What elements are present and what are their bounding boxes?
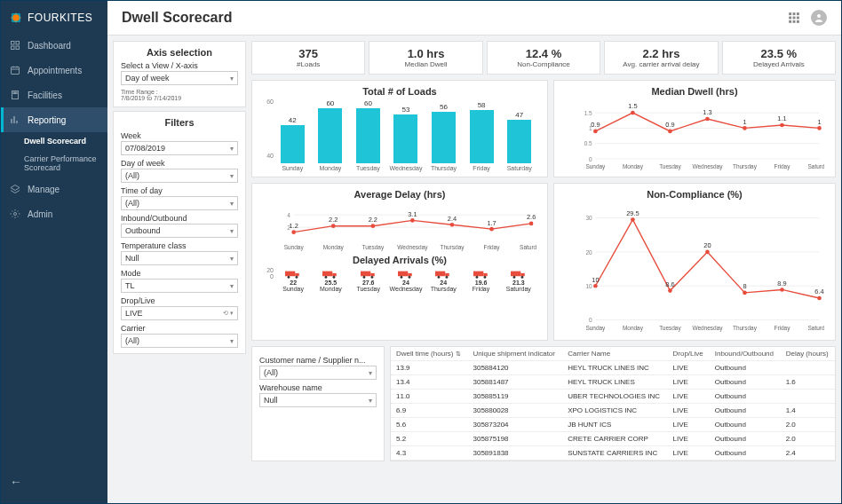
table-row[interactable]: 6.9305880028XPO LOGISTICS INCLIVEOutboun… — [391, 404, 835, 418]
sidebar: FOURKITES DashboardAppointmentsFacilitie… — [1, 1, 107, 503]
svg-point-128 — [780, 287, 784, 292]
truck-icon — [473, 269, 489, 280]
delayed-arrivals-chart: 20022Sunday25.5Monday27.6Tuesday24Wednes… — [259, 267, 540, 292]
main-area: Dwell Scorecard Axis selection Select a … — [107, 1, 841, 503]
col-5[interactable]: Delay (hours) — [781, 347, 835, 361]
data-table: Dwell time (hours) ⇅Unique shipment indi… — [391, 347, 835, 461]
svg-text:29.5: 29.5 — [626, 209, 639, 217]
svg-rect-86 — [322, 272, 332, 277]
svg-point-93 — [370, 276, 373, 279]
nav-item-appointments[interactable]: Appointments — [1, 58, 107, 83]
svg-point-40 — [668, 130, 672, 134]
layers-icon — [10, 184, 20, 194]
loads-title: Total # of Loads — [259, 86, 540, 97]
bar-saturday: 47Saturday — [502, 120, 536, 171]
svg-text:Sunday: Sunday — [284, 244, 305, 251]
svg-point-42 — [705, 117, 710, 122]
apps-grid-icon[interactable] — [788, 12, 800, 24]
customer-name-select[interactable]: (All)▾ — [259, 366, 377, 380]
noncompliance-panel: Non-Compliance (%) 30201001029.58.62088.… — [553, 183, 836, 341]
temperature-class-select[interactable]: Null▾ — [121, 251, 238, 265]
svg-text:1.7: 1.7 — [487, 219, 496, 227]
svg-point-89 — [333, 276, 336, 279]
truck-col-thursday: 24Thursday — [425, 269, 461, 292]
bar-monday: 60Monday — [314, 108, 348, 171]
mode-select[interactable]: TL▾ — [121, 279, 238, 293]
carrier-select[interactable]: (All)▾ — [121, 334, 238, 348]
nav-item-admin[interactable]: Admin — [1, 201, 107, 226]
svg-text:Friday: Friday — [774, 163, 790, 170]
brand-logo: FOURKITES — [1, 8, 107, 33]
svg-rect-3 — [16, 42, 20, 45]
svg-rect-12 — [16, 92, 18, 94]
svg-rect-90 — [361, 272, 370, 277]
svg-point-69 — [450, 223, 455, 227]
time-of-day-select[interactable]: (All)▾ — [121, 196, 238, 210]
warehouse-name-select[interactable]: Null▾ — [259, 393, 377, 407]
table-row[interactable]: 4.3305891838SUNSTATE CARRIERS INCLIVEOut… — [391, 446, 835, 461]
axis-view-select[interactable]: Day of week▾ — [121, 71, 238, 85]
inbound-outbound-label: Inbound/Outbound — [121, 214, 238, 223]
customer-name-label: Customer name / Supplier n... — [259, 356, 377, 365]
svg-text:Wednesday: Wednesday — [692, 325, 723, 332]
svg-rect-98 — [435, 272, 445, 277]
sub-nav-dwell-scorecard[interactable]: Dwell Scorecard — [1, 132, 107, 150]
col-2[interactable]: Carrier Name — [562, 347, 667, 361]
table-row[interactable]: 5.6305873204JB HUNT ICSLIVEOutbound2.0 — [391, 418, 835, 432]
svg-text:8: 8 — [743, 282, 746, 290]
axis-panel: Axis selection Select a View / X-axis Da… — [113, 41, 246, 107]
svg-point-61 — [291, 230, 296, 234]
table-row[interactable]: 5.2305875198CRETE CARRIER CORPLIVEOutbou… — [391, 432, 835, 446]
nav-item-dashboard[interactable]: Dashboard — [1, 33, 107, 58]
nav-item-reporting[interactable]: Reporting — [1, 107, 107, 132]
bar-thursday: 56Thursday — [426, 112, 461, 171]
avg-delay-chart: 421.22.22.23.12.41.72.6SundayMondayTuesd… — [259, 201, 540, 251]
svg-point-67 — [410, 218, 415, 223]
svg-text:Wednesday: Wednesday — [397, 244, 428, 251]
svg-rect-18 — [789, 12, 791, 15]
drop-live-select[interactable]: LIVE⟲ ▾ — [121, 306, 238, 320]
bottom-row: Customer name / Supplier n...(All)▾Wareh… — [251, 346, 836, 461]
week-select[interactable]: 07/08/2019▾ — [121, 141, 238, 155]
col-1[interactable]: Unique shipment indicator — [467, 347, 562, 361]
bar-friday: 58Friday — [465, 110, 499, 171]
svg-rect-94 — [398, 272, 408, 277]
table-row[interactable]: 13.4305881487HEYL TRUCK LINESLIVEOutboun… — [391, 375, 835, 390]
svg-point-97 — [409, 276, 411, 279]
svg-point-101 — [446, 276, 449, 279]
table-row[interactable]: 13.9305884120HEYL TRUCK LINES INCLIVEOut… — [391, 361, 835, 375]
nav-item-facilities[interactable]: Facilities — [1, 83, 107, 107]
svg-point-84 — [288, 276, 290, 279]
svg-rect-95 — [408, 273, 412, 276]
col-0[interactable]: Dwell time (hours) ⇅ — [391, 347, 467, 361]
carrier-label: Carrier — [121, 324, 238, 333]
svg-text:1.5: 1.5 — [584, 110, 592, 116]
svg-point-96 — [401, 276, 403, 279]
svg-point-122 — [668, 288, 672, 293]
collapse-sidebar-arrow[interactable]: ← — [1, 468, 107, 496]
inbound-outbound-select[interactable]: Outbound▾ — [121, 224, 238, 238]
svg-text:0.9: 0.9 — [591, 121, 600, 129]
col-3[interactable]: Drop/Live — [668, 347, 710, 361]
svg-rect-102 — [473, 272, 483, 277]
svg-point-17 — [14, 213, 17, 216]
sub-nav-carrier-performance-scorecard[interactable]: Carrier Performance Scorecard — [1, 150, 107, 177]
col-4[interactable]: Inbound/Outbound — [710, 347, 781, 361]
user-avatar[interactable] — [811, 10, 827, 26]
charts-column: 375#Loads1.0 hrsMedian Dwell12.4 %Non-Co… — [251, 41, 836, 498]
nav-item-manage[interactable]: Manage — [1, 177, 107, 201]
truck-icon — [361, 269, 377, 280]
svg-marker-16 — [11, 185, 20, 191]
svg-point-63 — [331, 224, 336, 228]
svg-rect-21 — [789, 17, 791, 20]
table-row[interactable]: 11.0305885119UBER TECHNOLOGIES INCLIVEOu… — [391, 390, 835, 404]
chart-grid: Total # of Loads 604042Sunday60Monday60T… — [251, 80, 836, 341]
svg-rect-5 — [16, 46, 20, 50]
svg-rect-25 — [793, 20, 796, 23]
svg-rect-22 — [793, 17, 796, 20]
day-of-week-select[interactable]: (All)▾ — [121, 169, 238, 183]
time-range: Time Range :7/8/2019 to 7/14/2019 — [121, 89, 238, 101]
kpi-delayed-arrivals: 23.5 %Delayed Arrivals — [722, 41, 836, 75]
svg-point-88 — [325, 276, 328, 279]
svg-text:Thursday: Thursday — [733, 325, 758, 332]
